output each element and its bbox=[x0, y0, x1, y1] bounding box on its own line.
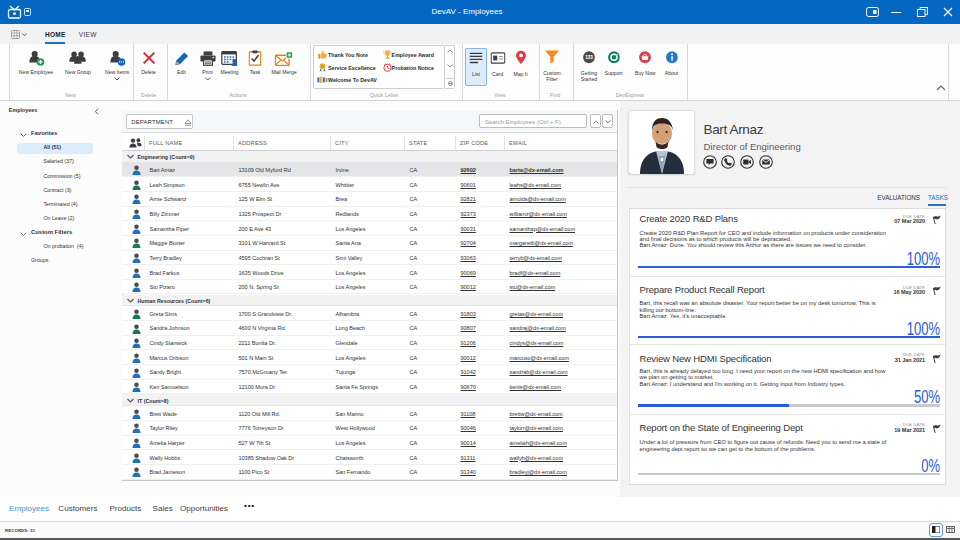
svg-text:123: 123 bbox=[585, 55, 593, 60]
